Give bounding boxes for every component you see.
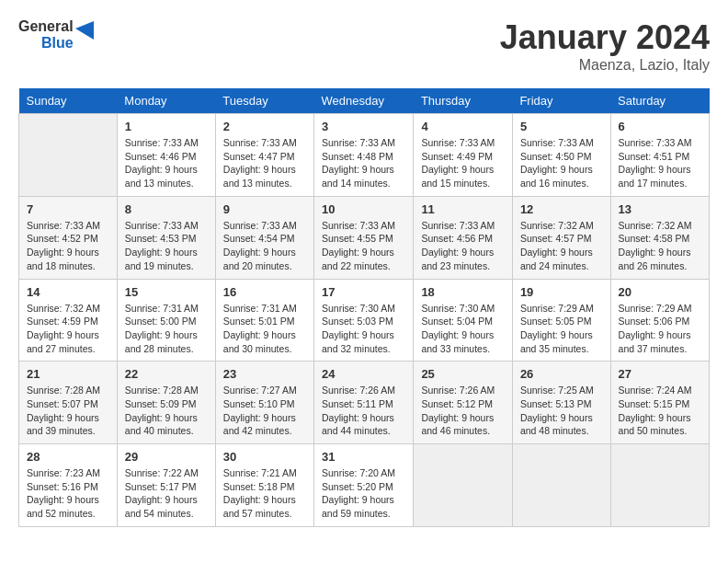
sunset-label: Sunset: — [421, 398, 454, 409]
day-number: 31 — [322, 450, 405, 464]
day-number: 16 — [223, 285, 306, 299]
day-info: Sunrise: 7:26 AM Sunset: 5:11 PM Dayligh… — [322, 384, 405, 438]
day-info: Sunrise: 7:33 AM Sunset: 4:49 PM Dayligh… — [421, 136, 504, 190]
calendar-cell: 27 Sunrise: 7:24 AM Sunset: 5:15 PM Dayl… — [610, 362, 709, 444]
calendar-cell: 13 Sunrise: 7:32 AM Sunset: 4:58 PM Dayl… — [610, 196, 709, 279]
sunset-label: Sunset: — [322, 233, 355, 244]
daylight-label: Daylight: — [223, 494, 261, 505]
sunrise-label: Sunrise: — [322, 137, 358, 148]
day-info: Sunrise: 7:25 AM Sunset: 5:13 PM Dayligh… — [520, 384, 603, 438]
day-number: 21 — [27, 367, 109, 381]
calendar-cell — [414, 444, 512, 527]
sunrise-label: Sunrise: — [322, 467, 358, 478]
calendar-cell: 10 Sunrise: 7:33 AM Sunset: 4:55 PM Dayl… — [314, 196, 414, 279]
day-info: Sunrise: 7:31 AM Sunset: 5:00 PM Dayligh… — [125, 302, 208, 356]
day-info: Sunrise: 7:28 AM Sunset: 5:07 PM Dayligh… — [27, 384, 109, 438]
sunset-label: Sunset: — [27, 481, 60, 492]
day-number: 11 — [421, 202, 504, 216]
daylight-label: Daylight: — [322, 412, 359, 423]
calendar-cell: 29 Sunrise: 7:22 AM Sunset: 5:17 PM Dayl… — [117, 444, 215, 527]
calendar-cell: 19 Sunrise: 7:29 AM Sunset: 5:05 PM Dayl… — [512, 279, 610, 362]
daylight-label: Daylight: — [520, 412, 558, 423]
calendar-cell: 6 Sunrise: 7:33 AM Sunset: 4:51 PM Dayli… — [610, 114, 709, 197]
sunrise-label: Sunrise: — [421, 385, 457, 396]
logo: General Blue — [18, 18, 94, 52]
day-info: Sunrise: 7:23 AM Sunset: 5:16 PM Dayligh… — [27, 466, 109, 521]
daylight-label: Daylight: — [223, 412, 261, 423]
sunset-label: Sunset: — [125, 398, 158, 409]
weekday-header-sunday: Sunday — [19, 88, 118, 114]
day-info: Sunrise: 7:33 AM Sunset: 4:51 PM Dayligh… — [619, 136, 701, 190]
day-number: 9 — [223, 202, 306, 216]
sunrise-label: Sunrise: — [223, 137, 259, 148]
sunrise-label: Sunrise: — [223, 467, 259, 478]
sunrise-label: Sunrise: — [619, 303, 654, 314]
sunrise-label: Sunrise: — [520, 220, 556, 231]
calendar-cell: 14 Sunrise: 7:32 AM Sunset: 4:59 PM Dayl… — [19, 279, 118, 362]
calendar-table: SundayMondayTuesdayWednesdayThursdayFrid… — [18, 88, 710, 527]
calendar-cell: 20 Sunrise: 7:29 AM Sunset: 5:06 PM Dayl… — [610, 279, 709, 362]
calendar-cell: 21 Sunrise: 7:28 AM Sunset: 5:07 PM Dayl… — [19, 362, 118, 444]
calendar-cell: 1 Sunrise: 7:33 AM Sunset: 4:46 PM Dayli… — [117, 114, 215, 197]
day-info: Sunrise: 7:33 AM Sunset: 4:52 PM Dayligh… — [27, 219, 109, 273]
sunrise-label: Sunrise: — [421, 220, 457, 231]
daylight-label: Daylight: — [619, 164, 656, 175]
day-info: Sunrise: 7:32 AM Sunset: 4:58 PM Dayligh… — [619, 219, 701, 273]
daylight-label: Daylight: — [322, 164, 359, 175]
calendar-week-2: 7 Sunrise: 7:33 AM Sunset: 4:52 PM Dayli… — [19, 196, 710, 279]
location: Maenza, Lazio, Italy — [500, 57, 710, 74]
weekday-header-row: SundayMondayTuesdayWednesdayThursdayFrid… — [19, 88, 710, 114]
day-number: 18 — [421, 285, 504, 299]
sunrise-label: Sunrise: — [322, 385, 358, 396]
sunrise-label: Sunrise: — [223, 385, 259, 396]
day-number: 13 — [619, 202, 701, 216]
sunset-label: Sunset: — [322, 481, 355, 492]
calendar-cell: 9 Sunrise: 7:33 AM Sunset: 4:54 PM Dayli… — [215, 196, 313, 279]
sunrise-label: Sunrise: — [520, 137, 556, 148]
calendar-cell: 2 Sunrise: 7:33 AM Sunset: 4:47 PM Dayli… — [215, 114, 313, 197]
sunrise-label: Sunrise: — [27, 220, 63, 231]
daylight-label: Daylight: — [421, 164, 459, 175]
day-number: 2 — [223, 120, 306, 133]
day-info: Sunrise: 7:29 AM Sunset: 5:05 PM Dayligh… — [520, 302, 603, 356]
sunrise-label: Sunrise: — [125, 385, 161, 396]
daylight-label: Daylight: — [223, 247, 261, 258]
day-number: 30 — [223, 450, 306, 464]
day-info: Sunrise: 7:21 AM Sunset: 5:18 PM Dayligh… — [223, 466, 306, 521]
calendar-cell: 24 Sunrise: 7:26 AM Sunset: 5:11 PM Dayl… — [314, 362, 414, 444]
day-number: 17 — [322, 285, 405, 299]
sunset-label: Sunset: — [223, 316, 256, 327]
sunset-label: Sunset: — [421, 151, 454, 162]
sunset-label: Sunset: — [27, 316, 60, 327]
sunset-label: Sunset: — [223, 233, 256, 244]
day-number: 24 — [322, 367, 405, 381]
calendar-cell: 17 Sunrise: 7:30 AM Sunset: 5:03 PM Dayl… — [314, 279, 414, 362]
sunset-label: Sunset: — [520, 398, 553, 409]
day-info: Sunrise: 7:31 AM Sunset: 5:01 PM Dayligh… — [223, 302, 306, 356]
day-number: 10 — [322, 202, 405, 216]
daylight-label: Daylight: — [27, 247, 64, 258]
sunset-label: Sunset: — [619, 316, 652, 327]
calendar-cell: 26 Sunrise: 7:25 AM Sunset: 5:13 PM Dayl… — [512, 362, 610, 444]
calendar-cell: 8 Sunrise: 7:33 AM Sunset: 4:53 PM Dayli… — [117, 196, 215, 279]
day-number: 3 — [322, 120, 405, 133]
day-info: Sunrise: 7:33 AM Sunset: 4:50 PM Dayligh… — [520, 136, 603, 190]
day-number: 7 — [27, 202, 109, 216]
month-title: January 2024 — [500, 18, 710, 57]
sunset-label: Sunset: — [125, 151, 158, 162]
calendar-week-4: 21 Sunrise: 7:28 AM Sunset: 5:07 PM Dayl… — [19, 362, 710, 444]
weekday-header-monday: Monday — [117, 88, 215, 114]
calendar-week-3: 14 Sunrise: 7:32 AM Sunset: 4:59 PM Dayl… — [19, 279, 710, 362]
day-number: 12 — [520, 202, 603, 216]
day-info: Sunrise: 7:32 AM Sunset: 4:59 PM Dayligh… — [27, 302, 109, 356]
sunrise-label: Sunrise: — [125, 467, 161, 478]
calendar-cell: 7 Sunrise: 7:33 AM Sunset: 4:52 PM Dayli… — [19, 196, 118, 279]
calendar-cell: 15 Sunrise: 7:31 AM Sunset: 5:00 PM Dayl… — [117, 279, 215, 362]
day-info: Sunrise: 7:26 AM Sunset: 5:12 PM Dayligh… — [421, 384, 504, 438]
calendar-cell: 5 Sunrise: 7:33 AM Sunset: 4:50 PM Dayli… — [512, 114, 610, 197]
day-info: Sunrise: 7:33 AM Sunset: 4:46 PM Dayligh… — [125, 136, 208, 190]
daylight-label: Daylight: — [619, 247, 656, 258]
daylight-label: Daylight: — [520, 329, 558, 340]
day-info: Sunrise: 7:27 AM Sunset: 5:10 PM Dayligh… — [223, 384, 306, 438]
day-info: Sunrise: 7:30 AM Sunset: 5:04 PM Dayligh… — [421, 302, 504, 356]
